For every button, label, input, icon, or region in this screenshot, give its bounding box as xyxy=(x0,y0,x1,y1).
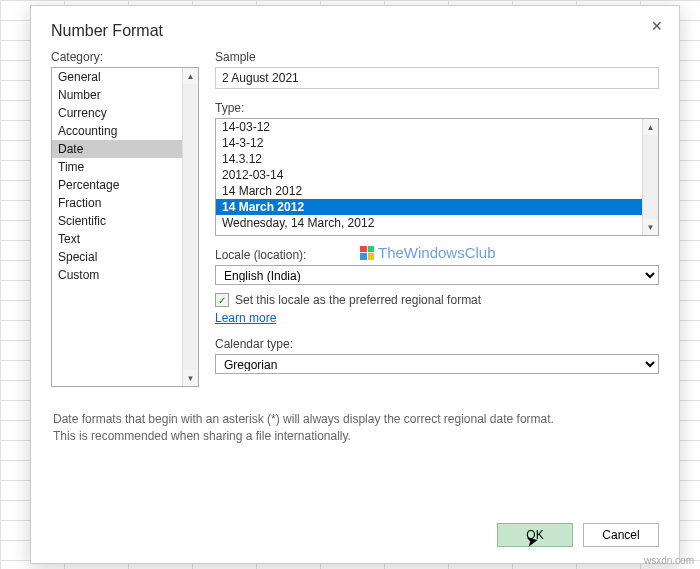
scroll-up-icon[interactable]: ▲ xyxy=(183,68,198,84)
category-item-accounting[interactable]: Accounting xyxy=(52,122,182,140)
category-scrollbar[interactable]: ▲ ▼ xyxy=(182,68,198,386)
category-item-percentage[interactable]: Percentage xyxy=(52,176,182,194)
category-item-special[interactable]: Special xyxy=(52,248,182,266)
category-item-currency[interactable]: Currency xyxy=(52,104,182,122)
category-item-date[interactable]: Date xyxy=(52,140,182,158)
category-listbox[interactable]: GeneralNumberCurrencyAccountingDateTimeP… xyxy=(51,67,199,387)
category-item-scientific[interactable]: Scientific xyxy=(52,212,182,230)
locale-checkbox-label: Set this locale as the preferred regiona… xyxy=(235,293,481,307)
type-scrollbar[interactable]: ▲ ▼ xyxy=(642,119,658,235)
dialog-title: Number Format xyxy=(31,6,679,46)
category-item-general[interactable]: General xyxy=(52,68,182,86)
cancel-button[interactable]: Cancel xyxy=(583,523,659,547)
scroll-down-icon[interactable]: ▼ xyxy=(183,370,198,386)
type-item[interactable]: 2012-03-14 xyxy=(216,167,642,183)
number-format-dialog: Number Format ✕ Category: GeneralNumberC… xyxy=(30,5,680,564)
sample-label: Sample xyxy=(215,50,659,64)
calendar-label: Calendar type: xyxy=(215,337,659,351)
category-item-number[interactable]: Number xyxy=(52,86,182,104)
type-item[interactable]: 14 March 2012 xyxy=(216,199,642,215)
category-item-text[interactable]: Text xyxy=(52,230,182,248)
type-item[interactable]: Wednesday, 14 March, 2012 xyxy=(216,215,642,231)
locale-label: Locale (location): xyxy=(215,248,659,262)
site-watermark: wsxdn.com xyxy=(644,555,694,566)
ok-button[interactable]: OK xyxy=(497,523,573,547)
category-item-custom[interactable]: Custom xyxy=(52,266,182,284)
close-icon[interactable]: ✕ xyxy=(651,18,663,34)
helper-text: Date formats that begin with an asterisk… xyxy=(31,387,679,445)
calendar-select[interactable]: Gregorian xyxy=(215,354,659,374)
locale-select[interactable]: English (India) xyxy=(215,265,659,285)
type-item[interactable]: 14.3.12 xyxy=(216,151,642,167)
scroll-up-icon[interactable]: ▲ xyxy=(643,119,658,135)
type-item[interactable]: 14-03-12 xyxy=(216,119,642,135)
type-item[interactable]: 14 March 2012 xyxy=(216,183,642,199)
learn-more-link[interactable]: Learn more xyxy=(215,311,276,325)
category-label: Category: xyxy=(51,50,199,64)
category-item-fraction[interactable]: Fraction xyxy=(52,194,182,212)
type-item[interactable]: 14-3-12 xyxy=(216,135,642,151)
type-listbox[interactable]: 14-03-1214-3-1214.3.122012-03-1414 March… xyxy=(215,118,659,236)
scroll-down-icon[interactable]: ▼ xyxy=(643,219,658,235)
category-item-time[interactable]: Time xyxy=(52,158,182,176)
type-label: Type: xyxy=(215,101,659,115)
locale-checkbox[interactable]: ✓ xyxy=(215,293,229,307)
sample-value: 2 August 2021 xyxy=(215,67,659,89)
